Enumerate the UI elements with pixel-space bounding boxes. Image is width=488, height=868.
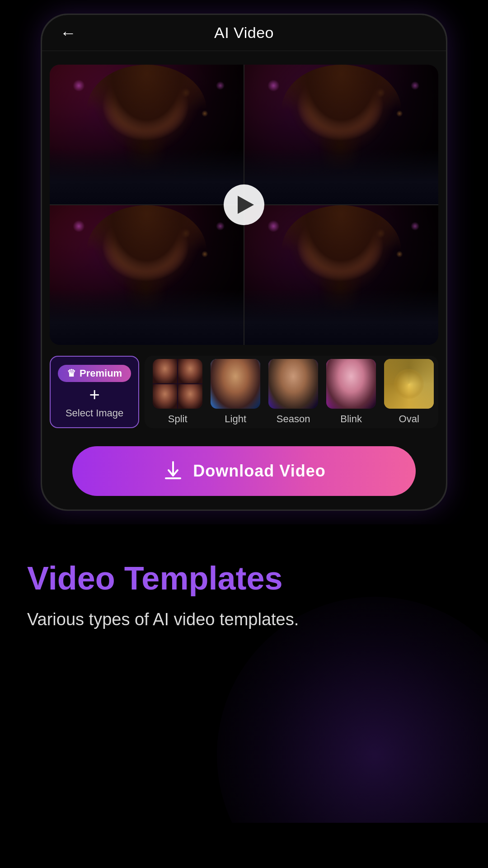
- body-sim-2: [244, 148, 438, 204]
- video-cell-2: [244, 65, 438, 204]
- select-image-button[interactable]: ♛ Premium + Select Image: [50, 356, 139, 428]
- body-sim-1: [50, 148, 244, 204]
- back-button[interactable]: ←: [60, 25, 76, 41]
- play-triangle-icon: [238, 196, 254, 214]
- section-title: Video Templates: [27, 561, 461, 596]
- download-video-button[interactable]: Download Video: [72, 446, 416, 496]
- video-cell-3: [50, 205, 244, 345]
- filter-thumb-light: [211, 359, 260, 409]
- crown-icon: ♛: [67, 368, 76, 379]
- filter-label-light: Light: [225, 413, 246, 425]
- page-title: AI Video: [214, 24, 274, 42]
- bg-circle-decoration: [217, 597, 488, 823]
- premium-label: Premium: [80, 368, 122, 379]
- phone-inner: ← AI Video: [42, 15, 446, 509]
- filter-item-oval[interactable]: Oval: [384, 359, 434, 425]
- filter-label-split: Split: [168, 413, 188, 425]
- filters-scroll: Split Light Season Blink: [145, 356, 438, 428]
- filter-thumb-season: [268, 359, 318, 409]
- video-cell-1: [50, 65, 244, 204]
- filter-label-blink: Blink: [340, 413, 362, 425]
- filter-thumb-split: [153, 359, 202, 409]
- video-grid: [50, 65, 438, 345]
- body-sim-4: [244, 289, 438, 345]
- section-title-part1: Video: [27, 560, 124, 596]
- select-image-label: Select Image: [66, 407, 123, 419]
- plus-icon: +: [89, 386, 99, 404]
- filter-strip: ♛ Premium + Select Image Split: [50, 356, 438, 428]
- phone-frame: ← AI Video: [41, 14, 447, 511]
- mini-face-4: [178, 384, 202, 409]
- back-arrow-icon: ←: [60, 24, 76, 42]
- bottom-section: Video Templates Various types of AI vide…: [0, 524, 488, 823]
- video-cell-4: [244, 205, 438, 345]
- filter-label-oval: Oval: [399, 413, 419, 425]
- section-description: Various types of AI video templates.: [27, 610, 461, 629]
- download-arrow-icon: [162, 460, 184, 482]
- filter-item-split[interactable]: Split: [153, 359, 202, 425]
- filter-thumb-oval: [384, 359, 434, 409]
- play-button[interactable]: [224, 184, 264, 225]
- filter-label-season: Season: [277, 413, 310, 425]
- filter-item-season[interactable]: Season: [268, 359, 318, 425]
- section-title-part2: Templates: [124, 560, 283, 596]
- download-icon: [162, 460, 184, 482]
- premium-badge: ♛ Premium: [58, 365, 131, 382]
- top-bar: ← AI Video: [42, 15, 446, 51]
- filter-item-light[interactable]: Light: [211, 359, 260, 425]
- filter-item-blink[interactable]: Blink: [326, 359, 376, 425]
- mini-face-1: [153, 359, 177, 383]
- body-sim-3: [50, 289, 244, 345]
- download-label: Download Video: [193, 462, 325, 481]
- filter-thumb-blink: [326, 359, 376, 409]
- mini-face-2: [178, 359, 202, 383]
- mini-face-3: [153, 384, 177, 409]
